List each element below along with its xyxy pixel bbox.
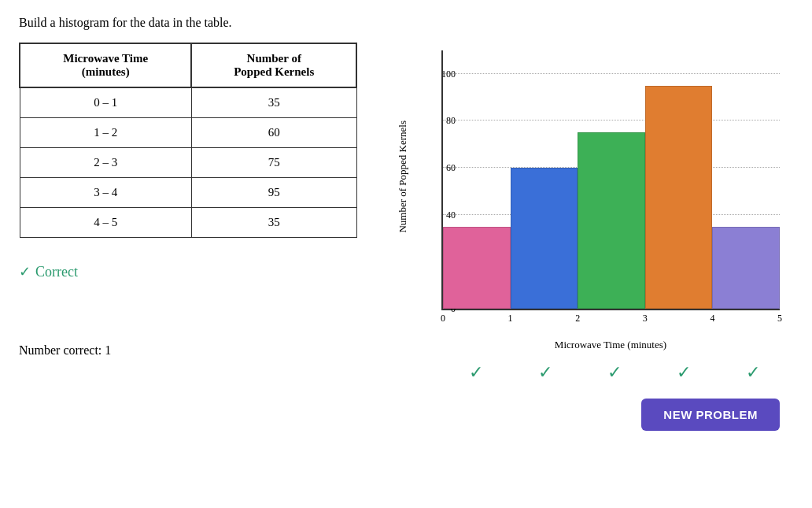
x-tick-label: 2 — [575, 313, 580, 324]
histogram-bar — [511, 168, 578, 309]
kernels-cell: 75 — [191, 148, 356, 178]
left-panel: Microwave Time(minutes) Number ofPopped … — [19, 43, 357, 358]
table-row: 1 – 260 — [20, 118, 356, 148]
col-header-time: Microwave Time(minutes) — [20, 43, 191, 87]
bottom-row: NEW PROBLEM — [394, 389, 788, 431]
y-tick-label: 80 — [437, 115, 456, 127]
grid-line — [443, 120, 780, 121]
histogram-bar — [443, 227, 511, 309]
chart-area: 020406080100012345 — [441, 50, 780, 310]
histogram-bar — [712, 227, 780, 309]
histogram-chart: Number of Popped Kernels 020406080100012… — [394, 43, 788, 358]
x-tick-label: 0 — [441, 313, 445, 324]
time-cell: 2 – 3 — [20, 148, 191, 178]
x-tick-label: 1 — [508, 313, 513, 324]
correct-badge: ✓ Correct — [19, 263, 357, 280]
x-tick-label: 3 — [643, 313, 648, 324]
table-row: 4 – 535 — [20, 208, 356, 238]
kernels-cell: 95 — [191, 178, 356, 208]
checkmarks-row: ✓✓✓✓✓ — [394, 362, 788, 383]
x-axis-label: Microwave Time (minutes) — [441, 339, 780, 351]
x-tick-label: 4 — [710, 313, 714, 324]
kernels-cell: 35 — [191, 87, 356, 118]
kernels-cell: 35 — [191, 208, 356, 238]
number-correct-text: Number correct: 1 — [19, 343, 357, 358]
table-row: 2 – 375 — [20, 148, 356, 178]
bar-checkmark: ✓ — [649, 362, 718, 383]
table-row: 0 – 135 — [20, 87, 356, 118]
kernels-cell: 60 — [191, 118, 356, 148]
data-table: Microwave Time(minutes) Number ofPopped … — [19, 43, 357, 238]
bar-checkmark: ✓ — [580, 362, 649, 383]
time-cell: 0 – 1 — [20, 87, 191, 118]
grid-line — [443, 73, 780, 74]
bar-checkmark: ✓ — [718, 362, 788, 383]
correct-label: Correct — [35, 264, 78, 280]
y-axis-label: Number of Popped Kernels — [394, 43, 412, 310]
new-problem-button[interactable]: NEW PROBLEM — [641, 399, 780, 431]
bar-checkmark: ✓ — [441, 362, 511, 383]
y-tick-label: 100 — [437, 68, 456, 80]
x-tick-label: 5 — [777, 313, 782, 324]
time-cell: 4 – 5 — [20, 208, 191, 238]
col-header-kernels: Number ofPopped Kernels — [191, 43, 356, 87]
histogram-bar — [645, 86, 713, 309]
instruction-text: Build a histogram for the data in the ta… — [19, 16, 793, 30]
checkmark-icon: ✓ — [19, 263, 31, 280]
bar-checkmark: ✓ — [511, 362, 580, 383]
time-cell: 3 – 4 — [20, 178, 191, 208]
y-tick-label: 40 — [437, 209, 456, 221]
table-row: 3 – 495 — [20, 178, 356, 208]
histogram-bar — [578, 132, 645, 309]
time-cell: 1 – 2 — [20, 118, 191, 148]
right-panel: Number of Popped Kernels 020406080100012… — [389, 43, 793, 431]
y-tick-label: 60 — [437, 162, 456, 174]
